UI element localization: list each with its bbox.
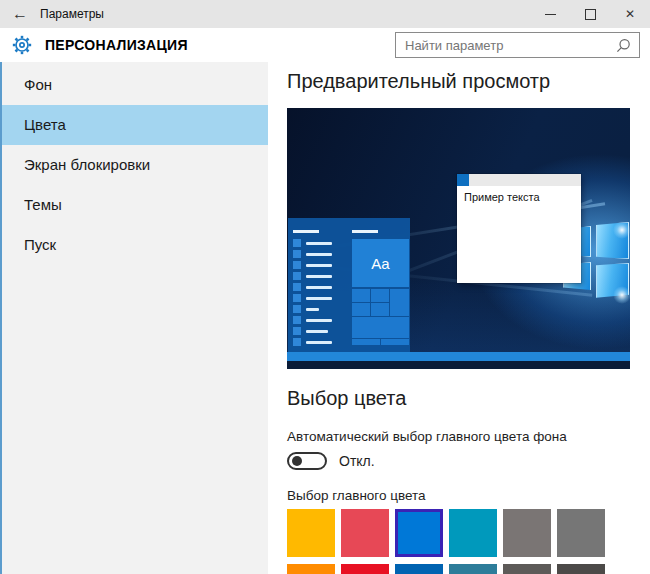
accent-grid-label: Выбор главного цвета	[287, 487, 630, 504]
color-choice-heading: Выбор цвета	[287, 385, 630, 411]
tile	[371, 289, 389, 302]
minimize-button[interactable]	[530, 0, 570, 28]
sidebar-item-lockscreen[interactable]: Экран блокировки	[2, 145, 268, 185]
tile	[390, 289, 409, 316]
accent-swatch-taupe[interactable]	[503, 564, 551, 574]
accent-swatch-gray-light[interactable]	[557, 509, 605, 557]
tile-grid	[352, 289, 409, 316]
sidebar-item-background[interactable]: Фон	[2, 65, 268, 105]
tile-row	[352, 339, 409, 345]
tile	[371, 303, 389, 316]
menu-row	[293, 272, 341, 280]
menu-row	[293, 316, 341, 324]
tile	[352, 339, 380, 345]
tiles-header-line	[352, 230, 378, 233]
menu-header-line	[293, 230, 319, 233]
gear-icon	[12, 35, 32, 55]
auto-color-label: Автоматический выбор главного цвета фона	[287, 428, 630, 445]
sample-window-titlebar	[457, 174, 581, 186]
menu-row	[293, 283, 341, 291]
accent-color-grid	[287, 509, 630, 574]
accent-swatch-teal[interactable]	[449, 509, 497, 557]
accent-swatch-gray-dark[interactable]	[557, 564, 605, 574]
taskbar-preview	[287, 352, 630, 361]
menu-row	[293, 327, 341, 335]
search-box	[395, 32, 640, 58]
preview-bottom-edge	[287, 361, 630, 369]
main-content: Предварительный просмотр	[287, 62, 630, 574]
accent-swatch-orange-dark[interactable]	[287, 564, 335, 574]
menu-row	[293, 294, 341, 302]
menu-row	[293, 305, 341, 313]
maximize-button[interactable]	[570, 0, 610, 28]
menu-row	[293, 239, 341, 247]
titlebar: ← Параметры ✕	[0, 0, 650, 28]
sidebar-item-colors[interactable]: Цвета	[2, 105, 268, 145]
sidebar: Фон Цвета Экран блокировки Темы Пуск	[0, 62, 268, 574]
start-menu-preview: Aa	[288, 218, 410, 352]
auto-color-toggle-row: Откл.	[287, 452, 630, 470]
settings-window: ← Параметры ✕	[0, 0, 650, 574]
sample-window-text: Пример текста	[457, 186, 581, 203]
sample-window-preview: Пример текста	[457, 174, 581, 283]
window-title: Параметры	[40, 7, 104, 21]
tile	[352, 289, 370, 302]
tile	[352, 317, 409, 338]
sample-window-accent-square	[457, 174, 469, 186]
start-menu-tiles: Aa	[352, 230, 409, 345]
lens-flare	[613, 286, 630, 304]
sidebar-item-start[interactable]: Пуск	[2, 225, 268, 265]
accent-swatch-blue-dark[interactable]	[395, 564, 443, 574]
page-title: ПЕРСОНАЛИЗАЦИЯ	[45, 37, 188, 53]
tile	[381, 339, 409, 345]
theme-preview-image: Aa	[287, 108, 630, 369]
auto-color-toggle[interactable]	[287, 452, 327, 470]
preview-heading: Предварительный просмотр	[287, 68, 630, 94]
window-controls: ✕	[530, 0, 650, 28]
tile	[352, 303, 370, 316]
search-input[interactable]	[396, 38, 616, 53]
minimize-icon	[545, 14, 556, 15]
back-button[interactable]: ←	[0, 5, 40, 23]
lens-flare	[613, 221, 630, 239]
font-sample-tile: Aa	[352, 239, 409, 287]
sidebar-item-themes[interactable]: Темы	[2, 185, 268, 225]
accent-swatch-amber[interactable]	[287, 509, 335, 557]
accent-swatch-red-dark[interactable]	[341, 564, 389, 574]
page-header: ПЕРСОНАЛИЗАЦИЯ	[0, 28, 650, 62]
toggle-knob	[292, 456, 302, 466]
accent-swatch-gray[interactable]	[503, 509, 551, 557]
maximize-icon	[585, 9, 596, 20]
accent-swatch-steel-blue[interactable]	[449, 564, 497, 574]
menu-row	[293, 261, 341, 269]
start-menu-list	[293, 230, 341, 349]
close-button[interactable]: ✕	[610, 0, 650, 28]
accent-swatch-blue-selected[interactable]	[395, 509, 443, 557]
search-icon[interactable]	[616, 38, 631, 53]
toggle-state-label: Откл.	[339, 453, 375, 469]
accent-swatch-red[interactable]	[341, 509, 389, 557]
page-body: Фон Цвета Экран блокировки Темы Пуск Пре…	[0, 62, 650, 574]
menu-row	[293, 250, 341, 258]
menu-row	[293, 338, 341, 346]
